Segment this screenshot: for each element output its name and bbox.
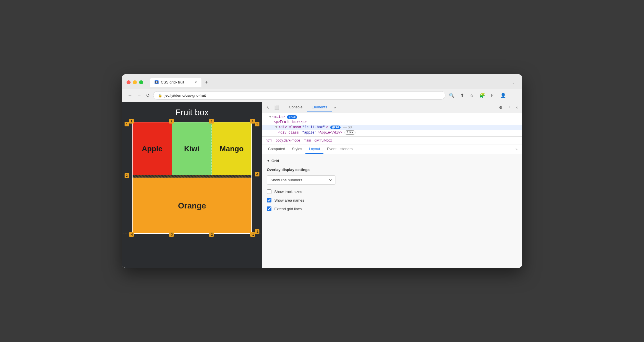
mango-cell: Mango xyxy=(212,122,251,175)
kiwi-cell: Kiwi xyxy=(172,122,212,175)
grid-row-top: Apple Kiwi Mango xyxy=(133,122,251,175)
grid-num-1-right: 1 xyxy=(255,122,259,126)
fruit-grid: Apple Kiwi Mango Orange xyxy=(132,122,252,234)
styles-tab-label: Styles xyxy=(292,147,302,151)
grid-num-2-left: 2 xyxy=(125,173,129,178)
bookmark-button[interactable]: ☆ xyxy=(469,92,475,99)
console-tab-label: Console xyxy=(289,105,303,109)
show-area-names-label: Show area names xyxy=(274,198,304,202)
tab-overflow-chevron[interactable]: ⌄ xyxy=(510,78,517,87)
share-button[interactable]: ⬆ xyxy=(459,92,465,99)
active-tab[interactable]: 🔲 CSS grid- fruit × xyxy=(150,78,201,87)
device-mode-button[interactable]: ⬜ xyxy=(273,104,281,112)
breadcrumb-html[interactable]: html xyxy=(265,138,273,143)
line-numbers-dropdown[interactable]: Show line numbers Show line names Hide xyxy=(267,175,335,185)
back-button[interactable]: ← xyxy=(127,92,133,99)
more-panel-tabs-button[interactable]: » xyxy=(513,145,520,154)
tab-close-button[interactable]: × xyxy=(195,80,197,84)
content-area: Fruit box Apple xyxy=(122,102,522,268)
fruit-box-grid-badge[interactable]: grid xyxy=(330,126,341,129)
inspect-element-button[interactable]: ↖ xyxy=(265,104,271,112)
tab-favicon: 🔲 xyxy=(155,80,159,84)
dropdown-row: Show line numbers Show line names Hide xyxy=(267,175,517,185)
settings-button[interactable]: ⚙ xyxy=(497,104,504,112)
apple-label: Apple xyxy=(142,144,162,153)
address-input[interactable]: 🔒 jec.fyi/demo/css-grid-fruit xyxy=(153,91,445,100)
div-apple-class-val: "apple" xyxy=(302,131,316,135)
grid-num-n1-bottom: -1 xyxy=(250,232,255,237)
grid-visual-container: Apple Kiwi Mango Orange xyxy=(132,122,252,234)
mango-label: Mango xyxy=(220,144,244,153)
devtools-panel: ↖ ⬜ Console Elements » ⚙ ⋮ × xyxy=(262,102,522,268)
styles-tab[interactable]: Styles xyxy=(289,144,305,154)
more-options-button[interactable]: ⋮ xyxy=(505,104,513,112)
element-main[interactable]: ▼ <main> grid xyxy=(262,114,522,120)
menu-button[interactable]: ⋮ xyxy=(511,92,517,99)
element-div-fruitbox[interactable]: ··· ▼ <div class="fruit-box"> grid == $0 xyxy=(262,125,522,130)
close-button[interactable] xyxy=(127,80,131,84)
grid-num-1-top: 1 xyxy=(129,119,134,124)
show-area-names-checkbox[interactable] xyxy=(267,198,271,202)
window-controls xyxy=(127,80,143,84)
address-text: jec.fyi/demo/css-grid-fruit xyxy=(165,93,441,98)
div-apple-tag: <div class= xyxy=(278,131,301,135)
element-p[interactable]: <p>Fruit box</p> xyxy=(262,120,522,125)
apple-flex-badge[interactable]: flex xyxy=(345,130,355,135)
preview-inner: Fruit box Apple xyxy=(122,102,262,243)
computed-tab-label: Computed xyxy=(268,147,285,151)
new-tab-button[interactable]: + xyxy=(203,78,210,87)
main-grid-badge[interactable]: grid xyxy=(287,115,297,119)
minimize-button[interactable] xyxy=(133,80,137,84)
grid-num-3-top: 3 xyxy=(209,119,214,124)
orange-label: Orange xyxy=(178,201,206,210)
grid-section-title: Grid xyxy=(271,159,279,163)
p-tag: <p>Fruit box</p> xyxy=(274,120,307,124)
layout-tab-label: Layout xyxy=(309,147,320,151)
extensions-button[interactable]: 🧩 xyxy=(478,92,486,99)
section-arrow-icon: ▼ xyxy=(267,159,270,162)
show-track-sizes-checkbox[interactable] xyxy=(267,189,271,194)
devtools-close-button[interactable]: × xyxy=(514,104,520,112)
div-fruit-box-close: > xyxy=(326,125,328,129)
gap-hatch xyxy=(133,175,251,178)
elements-tab[interactable]: Elements xyxy=(307,103,332,112)
layout-tab[interactable]: Layout xyxy=(305,144,323,154)
grid-section-header[interactable]: ▼ Grid xyxy=(267,159,517,163)
elements-panel: ▼ <main> grid <p>Fruit box</p> ··· ▼ <di… xyxy=(262,113,522,137)
devtools-tabs: Console Elements » xyxy=(282,103,496,112)
refresh-button[interactable]: ↺ xyxy=(145,92,151,99)
computed-tab[interactable]: Computed xyxy=(265,144,289,154)
show-area-names-row[interactable]: Show area names xyxy=(267,198,517,202)
forward-button[interactable]: → xyxy=(136,92,143,99)
div-apple-close: >Apple</div> xyxy=(318,131,342,135)
zoom-button[interactable]: 🔍 xyxy=(448,92,456,99)
console-tab[interactable]: Console xyxy=(284,103,307,112)
layout-panel: ▼ Grid Overlay display settings Show lin… xyxy=(262,154,522,268)
extend-grid-lines-row[interactable]: Extend grid lines xyxy=(267,206,517,211)
more-tabs-button[interactable]: » xyxy=(332,103,338,112)
cast-button[interactable]: ⊡ xyxy=(490,92,496,99)
breadcrumb-divfruitbox[interactable]: div.fruit-box xyxy=(313,138,333,143)
panel-tabs: Computed Styles Layout Event Listeners » xyxy=(262,144,522,154)
profile-button[interactable]: 👤 xyxy=(499,92,507,99)
div-fruit-box-tag: <div class= xyxy=(279,125,301,129)
event-listeners-tab[interactable]: Event Listeners xyxy=(323,144,356,154)
dollar-zero-indicator: == $0 xyxy=(343,125,352,129)
lock-icon: 🔒 xyxy=(158,94,162,98)
maximize-button[interactable] xyxy=(139,80,143,84)
breadcrumb-bar: html body.dark-mode main div.fruit-box xyxy=(262,137,522,144)
extend-grid-lines-checkbox[interactable] xyxy=(267,206,271,211)
grid-num-2-top: 2 xyxy=(169,119,174,124)
breadcrumb-main[interactable]: main xyxy=(303,138,312,143)
tab-bar: 🔲 CSS grid- fruit × + ⌄ xyxy=(150,78,517,87)
element-div-apple[interactable]: <div class="apple">Apple</div> flex xyxy=(262,130,522,135)
title-bar-top: 🔲 CSS grid- fruit × + ⌄ xyxy=(127,78,517,87)
grid-num-1-left: 1 xyxy=(125,122,129,126)
kiwi-label: Kiwi xyxy=(184,144,199,153)
page-preview: Fruit box Apple xyxy=(122,102,262,268)
overlay-settings-title: Overlay display settings xyxy=(267,168,517,172)
dots-indicator: ··· xyxy=(267,125,273,129)
breadcrumb-body[interactable]: body.dark-mode xyxy=(275,138,301,143)
extend-grid-lines-label: Extend grid lines xyxy=(274,207,302,211)
show-track-sizes-row[interactable]: Show track sizes xyxy=(267,189,517,194)
